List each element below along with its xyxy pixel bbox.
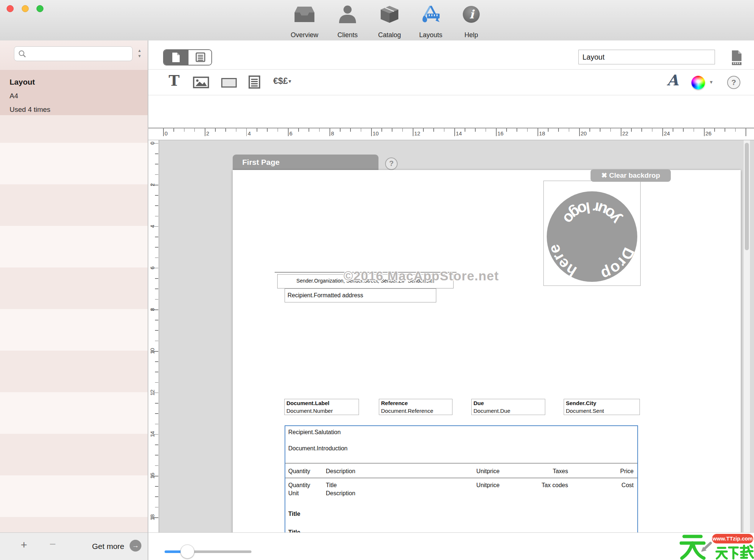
minimize-button[interactable]	[22, 5, 29, 12]
scrollbar-thumb[interactable]	[745, 143, 749, 250]
toolbar-item-help[interactable]: i Help	[451, 4, 492, 39]
image-tool-button[interactable]	[193, 77, 209, 90]
ttzip-small-characters	[716, 546, 753, 559]
h-ruler-label: 10	[373, 130, 379, 137]
search-input[interactable]	[14, 46, 133, 61]
h-ruler-label: 0	[165, 130, 168, 137]
page-setup-icon	[730, 50, 743, 65]
toolbar-item-overview[interactable]: Overview	[284, 4, 325, 39]
help-button[interactable]: ?	[727, 76, 740, 89]
page-help-button[interactable]: ?	[385, 157, 398, 170]
layout-list-row-empty	[0, 392, 148, 434]
layout-list-row-empty	[0, 143, 148, 184]
toolbar-item-layouts[interactable]: Layouts	[410, 4, 451, 39]
table-header: Unitprice	[444, 468, 500, 475]
fonts-button[interactable]: A	[664, 71, 681, 89]
h-ruler-label: 20	[581, 130, 587, 137]
toolbar-item-catalog[interactable]: Catalog	[369, 4, 410, 39]
row-description: Description	[326, 490, 355, 497]
currency-tool-button[interactable]: €$£▾	[273, 76, 291, 86]
page-icon	[172, 52, 180, 63]
h-ruler-label: 16	[497, 130, 504, 137]
stepper-up-icon[interactable]: ▲	[138, 48, 142, 53]
zoom-slider-track[interactable]	[188, 550, 251, 553]
v-ruler-label: 10	[149, 345, 155, 357]
text-tool-button[interactable]: T	[166, 72, 183, 89]
clear-backdrop-button[interactable]: ✖ Clear backdrop	[591, 169, 671, 182]
page-setup-button[interactable]	[729, 50, 744, 65]
zoom-slider-knob[interactable]	[180, 545, 194, 559]
table-header: Price	[580, 468, 634, 475]
ttzip-big-character	[681, 536, 704, 558]
h-ruler-label: 14	[456, 130, 462, 137]
layout-list-row-empty	[0, 115, 148, 143]
view-mode-segmented-control	[163, 49, 212, 65]
table-rule	[285, 463, 637, 464]
sender-city-field[interactable]: Sender.City Document.Sent	[564, 399, 640, 415]
layout-list-row-empty	[0, 517, 148, 532]
site-watermark-text: ©2016 MacAppStore.net	[292, 269, 551, 283]
add-layout-button[interactable]: +	[15, 539, 33, 551]
salutation-text: Recipient.Salutation	[288, 429, 341, 436]
h-ruler-label: 12	[414, 130, 420, 137]
box-tool-button[interactable]	[221, 78, 237, 88]
field-label: Reference	[381, 400, 408, 406]
zoom-bar	[148, 532, 754, 560]
field-value: Document.Due	[473, 408, 510, 414]
zoom-button[interactable]	[36, 5, 43, 12]
ttzip-badge-text: www.TTzip.com	[712, 536, 753, 542]
remove-layout-button[interactable]: −	[43, 538, 62, 550]
sidebar-divider	[148, 40, 148, 560]
get-more-arrow-icon[interactable]: →	[130, 540, 141, 552]
v-ruler-label: 18	[149, 512, 155, 523]
get-more-button[interactable]: Get more	[92, 542, 124, 551]
table-header: Quantity	[288, 468, 310, 475]
due-field[interactable]: Due Document.Due	[471, 399, 545, 415]
table-rule	[285, 478, 637, 478]
first-page-tab[interactable]: First Page	[233, 155, 378, 170]
stepper-down-icon[interactable]: ▼	[138, 54, 142, 58]
reference-field[interactable]: Reference Document.Reference	[379, 399, 452, 415]
close-button[interactable]	[7, 5, 14, 12]
layout-list	[0, 115, 148, 532]
color-wheel-button[interactable]	[691, 76, 705, 89]
toolbar-item-clients[interactable]: Clients	[327, 4, 368, 39]
row-unitprice: Unitprice	[444, 482, 500, 489]
sort-stepper[interactable]: ▲ ▼	[135, 48, 144, 63]
toolbar-item-label: Catalog	[369, 31, 410, 39]
toolbar-item-label: Help	[451, 31, 492, 39]
group-title: Title	[288, 511, 300, 517]
tray-icon	[293, 5, 316, 24]
recipient-address-text: Recipient.Formatted address	[288, 292, 363, 298]
h-ruler-label: 2	[206, 130, 209, 137]
recipient-address-field[interactable]: Recipient.Formatted address	[285, 288, 436, 302]
h-ruler-label: 24	[664, 130, 670, 137]
page-view-button[interactable]	[164, 50, 188, 65]
layout-list-row-empty	[0, 267, 148, 309]
v-ruler-label: 8	[149, 304, 155, 315]
v-ruler-label: 12	[149, 387, 155, 398]
app-window: Overview Clients Catalog	[0, 0, 754, 560]
field-label: Sender.City	[566, 400, 596, 406]
list-view-button[interactable]	[188, 50, 212, 65]
layout-list-row-empty	[0, 309, 148, 351]
field-value: Document.Number	[286, 408, 333, 414]
table-tool-button[interactable]	[249, 75, 260, 90]
horizontal-ruler-labels: 02468101214161820222426	[163, 130, 754, 139]
titlebar: Overview Clients Catalog	[0, 0, 754, 41]
layout-item-usage: Used 4 times	[10, 106, 50, 114]
document-label-field[interactable]: Document.Label Document.Number	[284, 399, 359, 415]
layout-name-field[interactable]	[578, 50, 715, 64]
sidebar-search-area: ▲ ▼	[0, 40, 148, 70]
row-title: Title	[326, 482, 337, 489]
v-ruler-label: 16	[149, 470, 155, 481]
h-ruler-label: 8	[331, 130, 334, 137]
box-icon	[380, 5, 399, 24]
document-page: Drop here your logo ✖ Clear backdrop Sen…	[233, 170, 741, 538]
table-header: Description	[326, 468, 355, 475]
h-ruler-label: 22	[622, 130, 628, 137]
drop-logo-stamp[interactable]: Drop here your logo	[546, 191, 638, 283]
chevron-down-icon[interactable]: ▾	[710, 79, 713, 85]
scrollbar-track[interactable]	[743, 140, 750, 532]
layout-list-item-selected[interactable]: Layout A4 Used 4 times	[0, 70, 148, 115]
